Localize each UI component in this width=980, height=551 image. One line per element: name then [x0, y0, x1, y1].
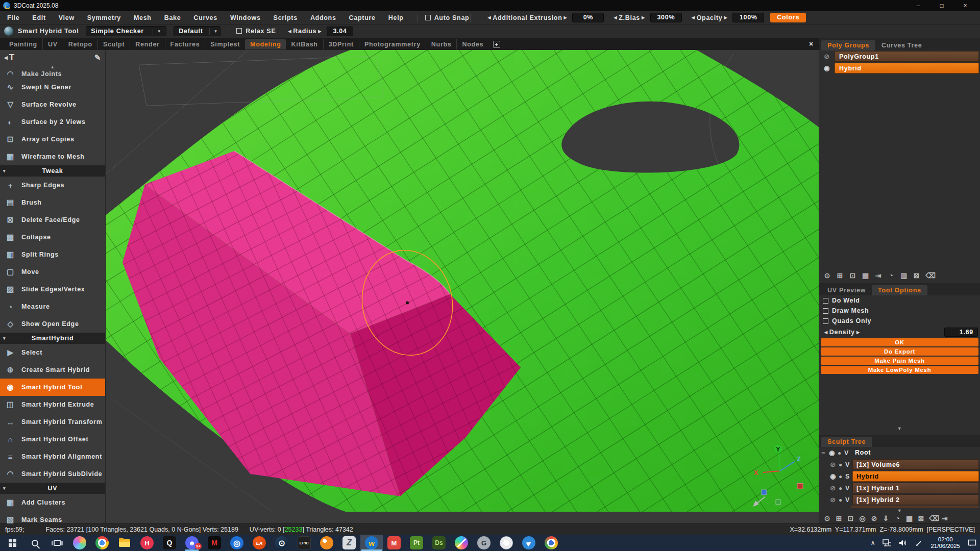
viewport-3d[interactable]: X Y Z	[106, 50, 819, 523]
relax-se-checkbox[interactable]: Relax SE	[236, 28, 276, 35]
menu-item-scripts[interactable]: Scripts	[274, 14, 298, 21]
menu-item-curves[interactable]: Curves	[193, 14, 217, 21]
sidebar-item-mark-seams[interactable]: ▧Mark Seams	[0, 511, 105, 523]
tab-kitbash[interactable]: KitBash	[286, 39, 323, 49]
sidebar-item-smart-hybrid-alignment[interactable]: ≡Smart Hybrid Alignment	[0, 448, 105, 465]
taskbar-zbrush[interactable]: Z	[338, 535, 360, 551]
menu-item-file[interactable]: File	[7, 14, 19, 21]
sidebar-item-select[interactable]: ▶Select	[0, 344, 105, 361]
additional-extrusion-value[interactable]: 0%	[572, 13, 604, 22]
menu-item-addons[interactable]: Addons	[310, 14, 336, 21]
do-weld-checkbox[interactable]: Do Weld	[819, 295, 980, 306]
spinner-right-icon[interactable]: ▶	[724, 15, 727, 20]
draw-mesh-checkbox[interactable]: Draw Mesh	[819, 306, 980, 316]
zbias-spinner[interactable]: ◀ Z.Bias ▶ 300%	[612, 13, 681, 22]
tree-row-hybrid-selected[interactable]: ◉ ● S Hybrid	[819, 470, 980, 482]
collapse-icon[interactable]: −	[820, 449, 826, 457]
polygroup-row-selected[interactable]: ◉ Hybrid	[819, 62, 980, 74]
spinner-right-icon[interactable]: ▶	[642, 15, 645, 20]
speaker-icon[interactable]	[899, 539, 908, 546]
radius-spinner[interactable]: ◀ Radius ▶ 3.04	[286, 27, 353, 36]
taskbar-app-unknown-1[interactable]	[495, 535, 518, 551]
sidebar-item-create-smart-hybrid[interactable]: ⊕Create Smart Hybrid	[0, 361, 105, 379]
close-panel-icon[interactable]: ×	[809, 40, 814, 48]
sidebar-item-smart-hybrid-offset[interactable]: ∩Smart Hybrid Offset	[0, 431, 105, 448]
menu-item-mesh[interactable]: Mesh	[134, 14, 152, 21]
checker-select[interactable]: Simple Checker ▼	[86, 26, 166, 36]
sidebar-item-add-clusters[interactable]: ▦Add Clusters	[0, 494, 105, 511]
opacity-value[interactable]: 100%	[732, 13, 764, 22]
tab-sculpt[interactable]: Sculpt	[97, 39, 130, 49]
tab-poly-groups[interactable]: Poly Groups	[821, 40, 875, 51]
taskbar-clock[interactable]: 02:00 21/06/2025	[930, 536, 960, 549]
tab-curves-tree[interactable]: Curves Tree	[875, 40, 928, 51]
tab-photogrammetry[interactable]: Photogrammetry	[359, 39, 426, 49]
sidebar-item-measure[interactable]: ◔Measure	[0, 298, 105, 315]
sidebar-item-slide-edges-vertex[interactable]: ▨Slide Edges/Vertex	[0, 281, 105, 298]
taskbar-search-button[interactable]	[23, 535, 46, 551]
taskbar-hoyoplay[interactable]: H	[136, 535, 158, 551]
import-icon[interactable]: ⇥	[941, 514, 949, 522]
sidebar-item-swept-n-gener[interactable]: ∿Swept N Gener	[0, 79, 105, 96]
tray-chevron-up-icon[interactable]: ∧	[871, 539, 875, 546]
section-header-smarthybrid[interactable]: ▾SmartHybrid	[0, 333, 105, 344]
duplicate-icon[interactable]: ⊡	[849, 271, 857, 280]
colors-button[interactable]: Colors	[770, 13, 806, 22]
sidebar-item-smart-hybrid-tool[interactable]: ◉Smart Hybrid Tool	[0, 379, 105, 396]
visibility-off-icon[interactable]: ⊘	[821, 53, 832, 60]
network-icon[interactable]	[883, 539, 891, 546]
sidebar-item-split-rings[interactable]: ▥Split Rings	[0, 246, 105, 263]
tab-uv-preview[interactable]: UV Preview	[821, 285, 872, 295]
add-tab-icon[interactable]: +	[493, 41, 500, 48]
zbias-value[interactable]: 300%	[650, 13, 682, 22]
sidebar-item-smart-hybrid-subdivide[interactable]: ◠Smart Hybrid SubDivide	[0, 465, 105, 483]
tab-factures[interactable]: Factures	[165, 39, 205, 49]
taskbar-app-unknown-3[interactable]	[540, 535, 562, 551]
tab-render[interactable]: Render	[130, 39, 164, 49]
menu-item-capture[interactable]: Capture	[349, 14, 376, 21]
hide-icon[interactable]: ⊘	[870, 514, 878, 522]
grid-icon[interactable]: ▦	[905, 514, 914, 522]
pen-icon[interactable]	[915, 539, 923, 547]
history-icon[interactable]: ◔	[894, 514, 902, 522]
spinner-left-icon[interactable]: ◀	[487, 15, 491, 20]
sidebar-item-array-of-copies[interactable]: ⊡Array of Copies	[0, 131, 105, 148]
tab-3dprint[interactable]: 3DPrint	[323, 39, 359, 49]
taskbar-marmoset[interactable]: M	[383, 535, 405, 551]
auto-snap-checkbox[interactable]: Auto Snap	[425, 14, 470, 21]
density-value[interactable]: 1.69	[944, 328, 978, 337]
trash-icon[interactable]: ⌫	[925, 271, 934, 280]
spinner-left-icon[interactable]: ◀	[288, 29, 291, 34]
menu-item-bake[interactable]: Bake	[164, 14, 181, 21]
taskbar-ea[interactable]: EA	[248, 535, 271, 551]
menu-item-help[interactable]: Help	[388, 14, 404, 21]
target-icon[interactable]: ◎	[859, 514, 867, 522]
tab-retopo[interactable]: Retopo	[63, 39, 97, 49]
tab-sculpt-tree[interactable]: Sculpt Tree	[821, 437, 872, 447]
spinner-left-icon[interactable]: ◀	[824, 330, 828, 335]
maximize-button[interactable]: □	[930, 0, 953, 11]
tab-nurbs[interactable]: Nurbs	[426, 39, 457, 49]
taskbar-substance-painter[interactable]: Pt	[405, 535, 428, 551]
ok-button[interactable]: OK	[821, 338, 978, 346]
tab-simplest[interactable]: Simplest	[205, 39, 245, 49]
preset-select[interactable]: Default ▼	[174, 26, 220, 36]
sidebar-item-move[interactable]: ▢Move	[0, 263, 105, 281]
tab-modeling[interactable]: Modeling	[245, 39, 286, 49]
make-pain-mesh-button[interactable]: Make Pain Mesh	[821, 357, 978, 365]
sidebar-item-surface-revolve[interactable]: ▽Surface Revolve	[0, 96, 105, 113]
sidebar-item-smart-hybrid-transform[interactable]: ↔Smart Hybrid Transform	[0, 413, 105, 431]
tree-row-volume6[interactable]: ⊘ ● V [1x] Volume6	[819, 459, 980, 470]
radius-value[interactable]: 3.04	[327, 27, 353, 36]
task-view-button[interactable]	[46, 535, 68, 551]
do-export-button[interactable]: Do Export	[821, 347, 978, 356]
menu-item-edit[interactable]: Edit	[32, 14, 45, 21]
polygroup-row[interactable]: ⊘ PolyGroup1	[819, 51, 980, 62]
taskbar-quixel[interactable]: Q	[158, 535, 181, 551]
quads-only-checkbox[interactable]: Quads Only	[819, 316, 980, 326]
tab-tool-options[interactable]: Tool Options	[872, 285, 927, 295]
section-header-uv[interactable]: ▾UV	[0, 483, 105, 494]
spinner-right-icon[interactable]: ▶	[318, 29, 322, 34]
sidebar-item-smart-hybrid-extrude[interactable]: ◫Smart Hybrid Extrude	[0, 396, 105, 413]
opacity-spinner[interactable]: ◀ Opacity ▶ 100%	[690, 13, 764, 22]
